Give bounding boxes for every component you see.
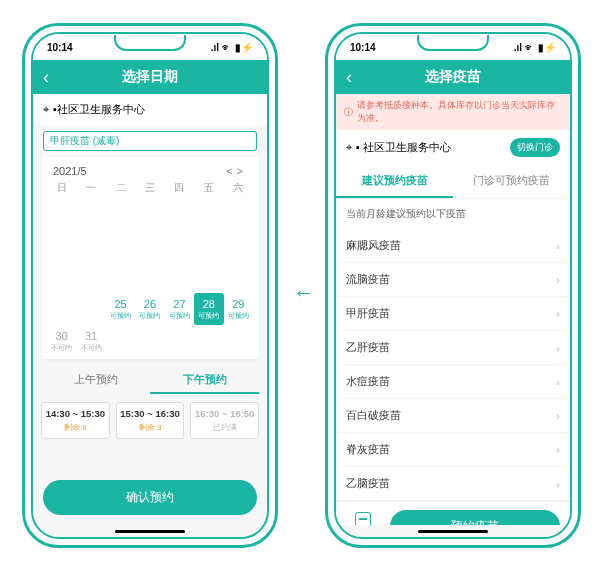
chevron-right-icon: › [556,444,560,456]
vaccine-item[interactable]: 脊灰疫苗› [336,433,570,467]
age-hint: 当前月龄建议预约以下疫苗 [336,199,570,229]
status-right: .ıl ᯤ ▮⚡ [514,42,556,53]
location-pin-icon: ⌖ [346,141,352,154]
vaccine-tabs: 建议预约疫苗 门诊可预约疫苗 [336,165,570,199]
day-number: 30 [56,331,68,342]
vaccine-item[interactable]: 水痘疫苗› [336,365,570,399]
calendar-day[interactable]: 30不可约 [47,325,76,357]
book-vaccine-button[interactable]: 预约疫苗 [390,510,560,525]
chevron-right-icon: › [556,308,560,320]
calendar-day [165,325,194,357]
phone-frame-vaccine: 10:14 .ıl ᯤ ▮⚡ ‹ 选择疫苗 ⓘ 请参考抵质接种本。具体库存以门诊… [325,23,581,548]
location-row[interactable]: ⌖ ▪社区卫生服务中心 [33,94,267,125]
calendar-day[interactable]: 29可预约 [224,293,253,325]
header-bar: ‹ 选择疫苗 [336,60,570,94]
warning-banner: ⓘ 请参考抵质接种本。具体库存以门诊当天实际库存为准。 [336,94,570,130]
day-status: 可预约 [110,312,131,319]
vaccine-name: 甲肝疫苗 [346,306,390,321]
location-pin-icon: ⌖ [43,103,49,116]
battery-icon: ▮⚡ [538,42,556,53]
header-bar: ‹ 选择日期 [33,60,267,94]
calendar-day [135,261,164,293]
calendar-day[interactable]: 31不可约 [76,325,105,357]
calendar-day [165,197,194,229]
vaccine-name: 脊灰疫苗 [346,442,390,457]
calendar-day[interactable]: 26可预约 [135,293,164,325]
vaccine-name: 百白破疫苗 [346,408,401,423]
time-slot[interactable]: 15:30 ~ 16:30剩余:3 [116,402,185,439]
day-number: 27 [173,299,185,310]
tab-recommended[interactable]: 建议预约疫苗 [336,165,453,198]
calendar-day [224,261,253,293]
location-name: ▪社区卫生服务中心 [53,102,145,117]
slot-remaining: 剩余:8 [45,422,106,433]
calendar-day [47,261,76,293]
tab-clinic-available[interactable]: 门诊可预约疫苗 [453,165,570,198]
vaccine-item[interactable]: 乙脑疫苗› [336,467,570,501]
tab-afternoon[interactable]: 下午预约 [150,367,259,394]
weekday-label: 三 [135,181,164,195]
calendar-day[interactable]: 27可预约 [165,293,194,325]
reference-button[interactable]: 接种参考 [346,512,380,525]
calendar-day [194,197,223,229]
month-prev[interactable]: < [226,165,236,177]
home-indicator [336,525,570,537]
page-title: 选择疫苗 [336,68,570,86]
chevron-right-icon: › [556,410,560,422]
phone-notch [417,35,489,51]
vaccine-item[interactable]: 流脑疫苗› [336,263,570,297]
vaccine-item[interactable]: 麻腮风疫苗› [336,229,570,263]
confirm-button[interactable]: 确认预约 [43,480,257,515]
weekday-label: 一 [76,181,105,195]
vaccine-name: 麻腮风疫苗 [346,238,401,253]
signal-icon: .ıl [514,42,522,53]
calendar-day [106,325,135,357]
vaccine-item[interactable]: 乙肝疫苗› [336,331,570,365]
back-button[interactable]: ‹ [43,67,49,88]
day-status: 可预约 [198,312,219,319]
page-title: 选择日期 [33,68,267,86]
status-right: .ıl ᯤ ▮⚡ [211,42,253,53]
time-slot[interactable]: 14:30 ~ 15:30剩余:8 [41,402,110,439]
slot-remaining: 剩余:3 [120,422,181,433]
calendar-day [106,261,135,293]
home-indicator [33,525,267,537]
time-slot: 16:30 ~ 16:50已约满 [190,402,259,439]
calendar-day [47,229,76,261]
slot-remaining: 已约满 [194,422,255,433]
day-status: 不可约 [51,344,72,351]
switch-clinic-button[interactable]: 切换门诊 [510,138,560,157]
chevron-right-icon: › [556,478,560,490]
flow-arrow-icon: ← [293,280,315,306]
calendar-day [76,197,105,229]
calendar-day [194,325,223,357]
calendar-day [106,197,135,229]
content-area: ⌖ ▪社区卫生服务中心 甲肝疫苗 (减毒) 2021/5 <> 日一二三四五六 … [33,94,267,525]
slot-time: 14:30 ~ 15:30 [45,408,106,419]
calendar-day [47,197,76,229]
status-time: 10:14 [350,42,376,53]
vaccine-item[interactable]: 百白破疫苗› [336,399,570,433]
info-icon: ⓘ [344,106,353,119]
calendar-day[interactable]: 28可预约 [194,293,223,325]
month-row: 2021/5 <> [47,163,253,181]
tab-morning[interactable]: 上午预约 [41,367,150,394]
content-area: ⓘ 请参考抵质接种本。具体库存以门诊当天实际库存为准。 ⌖ ▪ 社区卫生服务中心… [336,94,570,525]
back-button[interactable]: ‹ [346,67,352,88]
chevron-right-icon: › [556,376,560,388]
vaccine-name: 水痘疫苗 [346,374,390,389]
warning-text: 请参考抵质接种本。具体库存以门诊当天实际库存为准。 [357,99,562,125]
chevron-right-icon: › [556,274,560,286]
calendar-day [224,325,253,357]
month-nav: <> [226,165,247,177]
calendar-day [106,229,135,261]
calendar-day [194,229,223,261]
weekday-label: 五 [194,181,223,195]
month-next[interactable]: > [237,165,247,177]
vaccine-tag[interactable]: 甲肝疫苗 (减毒) [43,131,257,151]
weekday-label: 六 [224,181,253,195]
calendar-day[interactable]: 25可预约 [106,293,135,325]
vaccine-item[interactable]: 甲肝疫苗› [336,297,570,331]
calendar-day [165,261,194,293]
month-label[interactable]: 2021/5 [53,165,87,177]
